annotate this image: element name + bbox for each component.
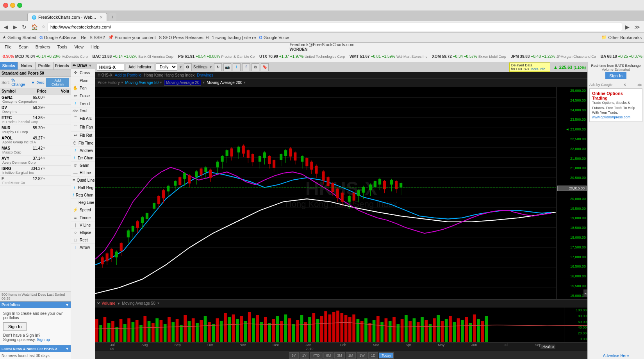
draw-fib-fan[interactable]: ⌒ Fib Fan (71, 123, 95, 132)
drawings-link[interactable]: Drawings (197, 73, 213, 77)
draw-arrow[interactable]: ↑ Arrow (71, 244, 95, 251)
list-item[interactable]: AVY 37.14 ▼ Avery Dennison Corp (0, 155, 71, 166)
bookmark-getting-started[interactable]: ★ Getting Started (2, 35, 36, 40)
back-button[interactable]: ◀ (2, 23, 10, 31)
draw-ellipse[interactable]: ○ Ellipse (71, 229, 95, 236)
add-to-portfolio-link[interactable]: Add to Portfolio (115, 73, 141, 77)
bookmark-ssh[interactable]: S SSH2 (89, 35, 105, 40)
menu-view[interactable]: View (71, 44, 87, 50)
minimize-button[interactable] (10, 3, 15, 8)
draw-gann[interactable]: # Gann (71, 162, 95, 169)
list-item[interactable]: MAS 11.42 ▼ Masco Corp (0, 145, 71, 155)
price-history-indicator[interactable]: Price History ▼ (98, 80, 124, 85)
timeline-1d[interactable]: 1D (368, 352, 378, 359)
facebook-icon[interactable]: f (242, 63, 250, 71)
twitter-icon[interactable]: t (233, 63, 241, 71)
reload-button[interactable]: ↻ (20, 23, 28, 31)
list-item[interactable]: ISRG 334.37 ▼ Intuitive Surgical Inc (0, 166, 71, 176)
advertise-link[interactable]: Advertise Here (588, 352, 644, 359)
draw-h-line[interactable]: — H Line (71, 169, 95, 177)
menu-tools[interactable]: Tools (54, 44, 71, 50)
sort-dir[interactable]: ▼ (31, 80, 35, 85)
draw-pan[interactable]: ✋ Pan (71, 84, 95, 92)
ma50-indicator[interactable]: Moving Average 50 ▼ (125, 80, 162, 85)
draw-tirone[interactable]: ≡ Tirone (71, 214, 95, 221)
signin-right-button[interactable]: Sign In (605, 72, 626, 79)
list-item[interactable]: APOL 49.27 ▼ Apollo Group Inc Cl A (0, 135, 71, 145)
draw-reg-line[interactable]: — Reg Line (71, 199, 95, 206)
menu-help[interactable]: Help (87, 44, 103, 50)
list-item[interactable]: MUR 55.20 ▼ Murphy Oil Corp (0, 125, 71, 135)
tab-friends[interactable]: Friends (54, 62, 71, 70)
new-tab-button[interactable]: + (109, 13, 116, 21)
menu-file[interactable]: File (2, 44, 15, 50)
bookmark-voice[interactable]: G Google Voice (259, 35, 289, 40)
news-toggle[interactable]: ▼ (65, 346, 69, 351)
timeline-6m[interactable]: 6M (323, 352, 334, 359)
signin-button[interactable]: Sign In (3, 322, 27, 331)
ads-x-icon[interactable]: ✕ (623, 83, 626, 87)
draw-header[interactable]: ✏ Draw ▼ (71, 62, 95, 69)
list-item[interactable]: ETFC 14.36 ▼ E Trade Financial Corp (0, 115, 71, 125)
sort-desc[interactable]: Desc (36, 80, 45, 84)
timeline-1y[interactable]: 1Y (300, 352, 309, 359)
ads-expand-icon[interactable]: ◀▶ (637, 83, 642, 87)
vol-ma-caret[interactable]: ▼ (157, 302, 160, 305)
options-title[interactable]: Online Options (592, 91, 640, 96)
go-button[interactable]: ▶ (624, 23, 631, 31)
timeline-today[interactable]: Today (379, 352, 394, 359)
draw-erase[interactable]: ✏ Erase (71, 92, 95, 100)
ma200-indicator[interactable]: Moving Average 200 ▼ (207, 80, 246, 85)
timeline-1m[interactable]: 1M (346, 352, 356, 359)
draw-trend[interactable]: / Trend (71, 100, 95, 107)
draw-speed[interactable]: ⚡ Speed (71, 206, 95, 214)
forward-button[interactable]: ▶ (11, 23, 19, 31)
more-info-link[interactable]: More Info... (530, 67, 548, 71)
draw-cross[interactable]: ✛ Cross (71, 69, 95, 77)
draw-raff-reg[interactable]: / Raff Reg (71, 184, 95, 191)
draw-text[interactable]: abc Text (71, 107, 95, 114)
more-tools-button[interactable]: ≫ (633, 23, 642, 31)
camera-icon[interactable]: 📷 (223, 63, 231, 71)
draw-fib-ret[interactable]: ↩ Fib Ret (71, 132, 95, 139)
draw-rect[interactable]: □ Rect (71, 236, 95, 244)
tab-profile[interactable]: Profile (36, 62, 54, 70)
draw-v-line[interactable]: | V Line (71, 221, 95, 229)
menu-brokers[interactable]: Brokers (32, 44, 54, 50)
timeline-5y[interactable]: 5Y (289, 352, 299, 359)
chart-symbol-input[interactable] (97, 64, 124, 71)
bookmark-seo[interactable]: S SEO Press Releases: H (159, 35, 209, 40)
refresh-icon[interactable]: ↻ (214, 63, 222, 71)
add-indicator-button[interactable]: Add Indicator (126, 64, 154, 70)
interval-select[interactable]: Daily (156, 63, 177, 71)
add-column-button[interactable]: Add Column (46, 78, 69, 87)
bookmark-swing[interactable]: 1 swing trading | site re (212, 35, 256, 40)
news-header[interactable]: Latest News & Notes For HKHS-X ▼ (0, 345, 71, 352)
main-chart[interactable]: HKHS-X Hong Kong Hang Seng Index (95, 87, 587, 299)
close-button[interactable] (3, 3, 8, 8)
draw-fib-arc[interactable]: ⌒ Fib Arc (71, 114, 95, 123)
signup-link[interactable]: Sign up (37, 338, 50, 342)
tab-stocks[interactable]: Stocks (0, 62, 18, 70)
volume-close[interactable]: ✕ (97, 301, 100, 305)
draw-reg-chan[interactable]: / Reg Chan (71, 191, 95, 199)
timeline-3m[interactable]: 3M (334, 352, 345, 359)
volume-caret[interactable]: ▼ (117, 302, 120, 305)
bookmark-promote[interactable]: 📌 Promote your content (108, 35, 156, 40)
settings-button[interactable]: ⚙ (184, 63, 192, 71)
list-item[interactable]: DV 59.29 ▼ Devry Inc (0, 105, 71, 115)
portfolios-toggle[interactable]: ▼ (65, 303, 69, 307)
ma20-indicator[interactable]: Moving Average 20 ▼ (164, 80, 205, 86)
tab-notes[interactable]: Notes (18, 62, 36, 70)
share-icon[interactable]: ⧉ (252, 63, 259, 71)
draw-quad-line[interactable]: ≡ Quad Line (71, 177, 95, 184)
bookmark-adsense[interactable]: G Google AdSense – Re (39, 35, 86, 40)
draw-andrew[interactable]: / Andrew (71, 147, 95, 154)
options-trading[interactable]: Trading (592, 96, 640, 100)
bookmark-other[interactable]: 📁 Other Bookmarks (601, 35, 642, 40)
vol-ma-label[interactable]: Moving Average 50 (122, 301, 155, 305)
bookmark-chart-icon[interactable]: 🔖 (261, 63, 269, 71)
ads-link[interactable]: www.optionsXpress.com (592, 115, 640, 119)
home-button[interactable]: 🏠 (30, 23, 39, 31)
portfolios-header[interactable]: Portfolios ▼ (0, 302, 71, 308)
